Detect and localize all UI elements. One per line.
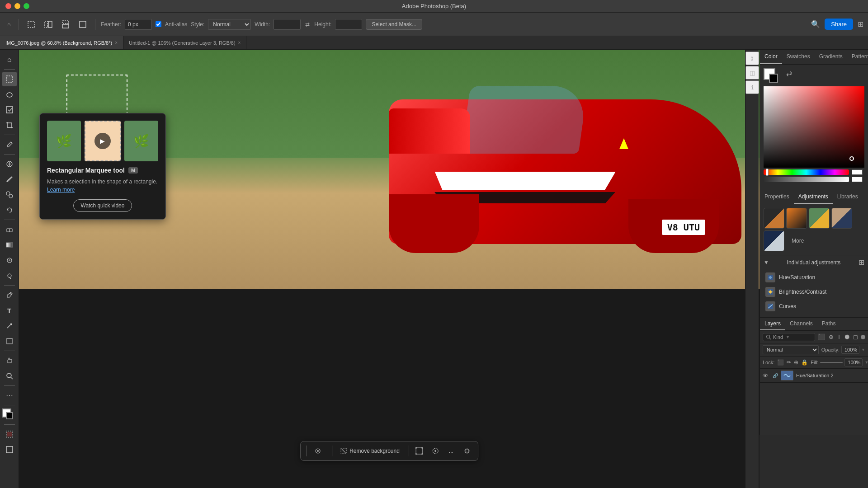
- tool-type[interactable]: T: [2, 303, 17, 318]
- color-tab[interactable]: Color: [760, 50, 782, 64]
- tool-brush[interactable]: [2, 172, 17, 187]
- properties-tab[interactable]: Properties: [760, 190, 794, 204]
- close-button[interactable]: [5, 3, 11, 9]
- swap-colors-icon[interactable]: ⇄: [786, 69, 792, 78]
- search-icon[interactable]: 🔍: [811, 20, 820, 28]
- adjustments-tab[interactable]: Adjustments: [794, 190, 833, 204]
- collapse-arrow[interactable]: ▼: [764, 259, 769, 266]
- more-presets-button[interactable]: More: [786, 230, 809, 251]
- fill-input[interactable]: [844, 358, 863, 366]
- lock-pixels-icon[interactable]: ⬛: [777, 359, 784, 366]
- anti-alias-checkbox[interactable]: [156, 21, 161, 27]
- panel-info-btn[interactable]: ℹ: [745, 80, 759, 94]
- layers-tab[interactable]: Layers: [760, 318, 785, 330]
- tool-home[interactable]: ⌂: [2, 52, 17, 67]
- home-toolbar-btn[interactable]: ⌂: [5, 19, 13, 29]
- tool-path-selection[interactable]: [2, 319, 17, 333]
- preview-video[interactable]: ▶: [85, 121, 120, 161]
- ind-adj-grid-btn[interactable]: ⊞: [859, 258, 864, 267]
- layers-filter-pixel[interactable]: ⬛: [817, 333, 826, 341]
- lock-position-icon[interactable]: ✏: [787, 359, 791, 366]
- layer-visibility-icon[interactable]: 👁: [763, 372, 770, 379]
- layers-filter-smart[interactable]: ◻: [852, 333, 859, 341]
- preset-thumb-4[interactable]: [831, 208, 852, 229]
- ctx-feather-btn[interactable]: [428, 445, 443, 457]
- adj-brightness-contrast[interactable]: Brightness/Contrast: [764, 285, 864, 299]
- blend-mode-select[interactable]: Normal Multiply Screen: [763, 345, 819, 354]
- tooltip-video-button[interactable]: Watch quick video: [73, 199, 132, 212]
- share-button[interactable]: Share: [825, 19, 853, 30]
- adj-hue-saturation[interactable]: Hue/Saturation: [764, 270, 864, 285]
- tool-hand[interactable]: [2, 353, 17, 368]
- workspace-icon[interactable]: ⊞: [858, 20, 863, 28]
- tool-shape[interactable]: [2, 334, 17, 348]
- swatches-tab[interactable]: Swatches: [782, 50, 815, 64]
- tab-close-1[interactable]: ×: [238, 40, 241, 45]
- layer-item-hue-sat[interactable]: 👁 🔗 Hue/Saturation 2: [760, 369, 868, 383]
- tool-object-select[interactable]: [2, 103, 17, 117]
- background-color-swatch[interactable]: [6, 412, 13, 419]
- tool-marquee[interactable]: [2, 72, 17, 86]
- preview-play-button[interactable]: ▶: [94, 133, 111, 149]
- tool-eyedropper[interactable]: [2, 137, 17, 152]
- preset-thumb-3[interactable]: [809, 208, 830, 229]
- tool-clone[interactable]: [2, 188, 17, 202]
- marquee-style-4[interactable]: [76, 19, 90, 30]
- paths-tab[interactable]: Paths: [817, 318, 840, 330]
- tool-lasso[interactable]: [2, 87, 17, 102]
- ctx-more-button[interactable]: ...: [444, 445, 458, 457]
- panel-collapse-btn[interactable]: ⟫: [745, 52, 759, 65]
- background-color-picker[interactable]: [769, 74, 778, 83]
- preset-thumb-1[interactable]: [764, 208, 784, 229]
- tool-eraser[interactable]: [2, 222, 17, 237]
- tool-pen[interactable]: [2, 288, 17, 302]
- tool-gradient[interactable]: [2, 238, 17, 252]
- hue-slider[interactable]: [764, 169, 849, 175]
- panel-color-mode-btn[interactable]: ◫: [745, 66, 759, 80]
- color-gradient-box[interactable]: [764, 86, 864, 168]
- adj-curves[interactable]: Curves: [764, 299, 864, 314]
- tool-history-brush[interactable]: [2, 203, 17, 217]
- preset-thumb-2[interactable]: [786, 208, 807, 229]
- maximize-button[interactable]: [24, 3, 29, 9]
- remove-background-button[interactable]: Remove background: [336, 445, 404, 457]
- feather-input[interactable]: [125, 19, 152, 30]
- tool-blur[interactable]: [2, 253, 17, 267]
- tooltip-learn-more[interactable]: Learn more: [47, 187, 75, 193]
- layer-link-icon[interactable]: 🔗: [773, 373, 778, 378]
- marquee-style-2[interactable]: [42, 19, 55, 30]
- minimize-button[interactable]: [14, 3, 20, 9]
- tool-more[interactable]: ⋯: [2, 388, 17, 403]
- style-select[interactable]: Normal Fixed Ratio Fixed Size: [208, 19, 251, 30]
- gradients-tab[interactable]: Gradients: [815, 50, 847, 64]
- tool-quick-mask[interactable]: [2, 427, 17, 441]
- libraries-tab[interactable]: Libraries: [833, 190, 863, 204]
- tab-close-0[interactable]: ×: [115, 40, 118, 45]
- layers-filter-type[interactable]: T: [836, 333, 842, 341]
- layers-filter-adjust[interactable]: ⊕: [828, 333, 835, 341]
- patterns-tab[interactable]: Patterns: [847, 50, 868, 64]
- ctx-transform-btn[interactable]: [412, 445, 426, 457]
- marquee-style-3[interactable]: [59, 19, 72, 30]
- opacity-input[interactable]: [841, 346, 859, 354]
- layers-filter-toggle[interactable]: [861, 335, 865, 339]
- swap-width-height-icon[interactable]: ⇄: [305, 21, 310, 28]
- width-input[interactable]: [274, 19, 301, 30]
- tool-healing[interactable]: [2, 157, 17, 171]
- color-swatches-area[interactable]: [2, 408, 17, 421]
- tool-crop[interactable]: [2, 118, 17, 132]
- alpha-slider[interactable]: [764, 177, 849, 182]
- lock-artboard-icon[interactable]: ⊕: [794, 359, 798, 366]
- tab-0[interactable]: IMG_0076.jpeg @ 60.8% (Background, RGB/8…: [0, 36, 123, 49]
- channels-tab[interactable]: Channels: [785, 318, 817, 330]
- tool-screen-mode[interactable]: [2, 442, 17, 457]
- select-subject-button[interactable]: [310, 445, 328, 457]
- tab-1[interactable]: Untitled-1 @ 106% (Generative Layer 3, R…: [123, 36, 246, 49]
- ctx-settings-btn[interactable]: [460, 445, 474, 457]
- tool-dodge[interactable]: [2, 268, 17, 283]
- canvas-area[interactable]: V8 UTU 🌿 ▶ 🌿 Rectangular Marquee tool: [19, 50, 760, 488]
- preset-thumb-5[interactable]: [764, 230, 784, 251]
- lock-all-icon[interactable]: 🔒: [801, 359, 808, 366]
- select-and-mask-button[interactable]: Select and Mask...: [366, 19, 422, 30]
- tool-zoom[interactable]: [2, 369, 17, 383]
